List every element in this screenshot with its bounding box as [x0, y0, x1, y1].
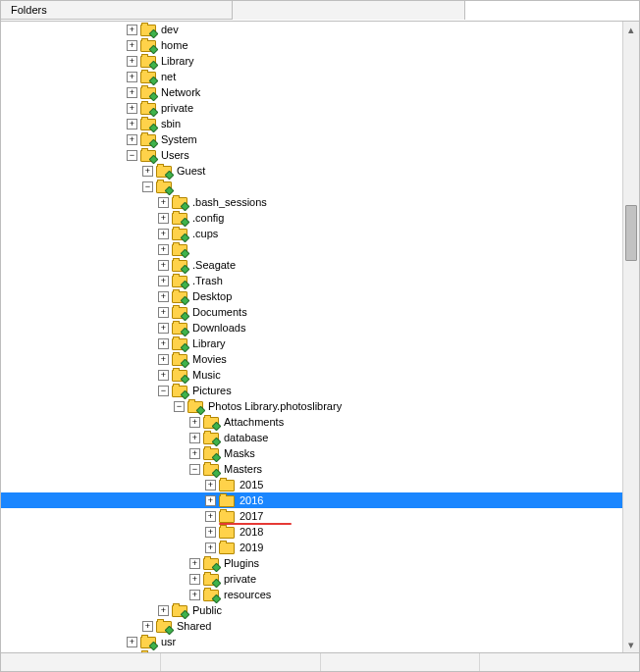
expand-icon[interactable]: + [158, 354, 169, 365]
folder-icon [203, 556, 219, 570]
tree-row[interactable]: +Public [1, 602, 623, 618]
collapse-icon[interactable]: − [158, 386, 169, 396]
tree-row[interactable]: +2015 [1, 477, 623, 492]
indent [1, 336, 158, 351]
expand-icon[interactable]: + [205, 495, 216, 506]
expand-icon[interactable]: + [189, 433, 200, 443]
folder-label: Movies [190, 353, 229, 365]
tree-row[interactable]: −Photos Library.photoslibrary [1, 398, 623, 414]
expand-icon[interactable]: + [127, 637, 137, 647]
expand-icon[interactable]: + [189, 417, 200, 428]
tree-row[interactable]: +home [1, 37, 623, 53]
expand-icon[interactable]: + [158, 307, 169, 318]
folders-tab[interactable]: Folders [1, 1, 233, 20]
expand-icon[interactable]: + [158, 197, 169, 208]
tree-row[interactable]: +Music [1, 367, 623, 383]
expand-icon[interactable]: + [127, 103, 137, 114]
folder-icon [203, 588, 219, 601]
expand-icon[interactable]: + [158, 260, 169, 271]
scrollbar-track[interactable] [623, 37, 639, 637]
expand-icon[interactable]: + [158, 291, 169, 302]
folder-icon [172, 289, 187, 303]
tree-row[interactable]: +2016 [1, 492, 623, 508]
expand-icon[interactable]: + [142, 166, 153, 177]
expand-icon[interactable]: + [158, 276, 169, 286]
expand-icon[interactable]: + [127, 72, 137, 82]
tree-row[interactable]: +Movies [1, 351, 623, 367]
expand-icon[interactable]: + [127, 119, 137, 129]
scrollbar-thumb[interactable] [625, 205, 637, 261]
folder-icon [172, 195, 187, 209]
tree-row[interactable]: +Masks [1, 445, 623, 461]
tree-row[interactable]: +2018 [1, 524, 623, 540]
expand-icon[interactable]: + [127, 40, 137, 51]
tree-row[interactable]: −Users [1, 147, 623, 163]
tree-row[interactable]: +Library [1, 53, 623, 69]
expand-icon[interactable]: + [205, 511, 216, 522]
tree-row[interactable]: −Masters [1, 461, 623, 477]
folder-icon [140, 23, 156, 36]
expand-icon[interactable]: + [127, 87, 137, 98]
expand-icon[interactable]: + [189, 448, 200, 459]
expand-icon[interactable]: + [142, 621, 153, 632]
tree-row[interactable]: +sbin [1, 116, 623, 131]
tree-row[interactable]: +.cups [1, 226, 623, 241]
expand-icon[interactable]: + [158, 213, 169, 224]
expand-icon[interactable]: + [158, 338, 169, 349]
expand-icon[interactable]: + [158, 323, 169, 334]
expand-icon[interactable]: + [205, 543, 216, 553]
tree-row[interactable]: +Downloads [1, 320, 623, 336]
tree-row[interactable]: +dev [1, 22, 623, 37]
expand-icon[interactable]: + [205, 527, 216, 538]
collapse-icon[interactable]: − [142, 181, 153, 192]
expand-icon[interactable]: + [205, 480, 216, 491]
tree-row[interactable]: − [1, 179, 623, 194]
tree-row[interactable]: +Documents [1, 304, 623, 320]
expand-icon[interactable]: + [158, 605, 169, 616]
collapse-icon[interactable]: − [174, 401, 185, 412]
indent [1, 618, 142, 634]
tree-row[interactable]: +.Seagate [1, 257, 623, 273]
scroll-down-arrow-icon[interactable]: ▾ [623, 637, 639, 652]
vertical-scrollbar[interactable]: ▴ ▾ [622, 22, 639, 652]
tree-row[interactable]: +Desktop [1, 288, 623, 304]
tree-row[interactable]: +Network [1, 84, 623, 100]
tree-row[interactable]: +.Trash [1, 273, 623, 288]
tree-row[interactable]: +.bash_sessions [1, 194, 623, 210]
tree-row[interactable]: + [1, 241, 623, 257]
tree-row[interactable]: +Shared [1, 618, 623, 634]
tree-row[interactable]: +Attachments [1, 414, 623, 430]
expand-icon[interactable]: + [127, 134, 137, 145]
tree-row[interactable]: −Pictures [1, 383, 623, 398]
tree-row[interactable]: +System [1, 131, 623, 147]
tree-row[interactable]: vm [1, 649, 623, 652]
expand-icon[interactable]: + [189, 590, 200, 600]
folder-label: System [159, 133, 199, 145]
expand-icon[interactable]: + [127, 56, 137, 67]
folder-label: sbin [159, 118, 183, 129]
tree-row[interactable]: +net [1, 69, 623, 84]
collapse-icon[interactable]: − [189, 464, 200, 475]
scroll-up-arrow-icon[interactable]: ▴ [623, 22, 639, 37]
indent [1, 571, 189, 587]
expand-icon[interactable]: + [158, 370, 169, 381]
tree-row[interactable]: +2017 [1, 508, 623, 524]
tree-row[interactable]: +Library [1, 336, 623, 351]
tree-row[interactable]: +private [1, 100, 623, 116]
tree-row[interactable]: +database [1, 430, 623, 445]
tree-row[interactable]: +resources [1, 587, 623, 602]
expand-icon[interactable]: + [158, 244, 169, 255]
folder-icon [219, 541, 235, 554]
tree-row[interactable]: +private [1, 571, 623, 587]
tree-row[interactable]: +.config [1, 210, 623, 226]
collapse-icon[interactable]: − [127, 150, 137, 161]
folder-tree[interactable]: +dev+home+Library+net+Network+private+sb… [1, 22, 623, 652]
expand-icon[interactable]: + [189, 574, 200, 585]
tree-row[interactable]: +Guest [1, 163, 623, 179]
tree-row[interactable]: +usr [1, 634, 623, 649]
expand-icon[interactable]: + [158, 229, 169, 239]
expand-icon[interactable]: + [127, 25, 137, 35]
tree-row[interactable]: +2019 [1, 540, 623, 555]
tree-row[interactable]: +Plugins [1, 555, 623, 571]
expand-icon[interactable]: + [189, 558, 200, 569]
